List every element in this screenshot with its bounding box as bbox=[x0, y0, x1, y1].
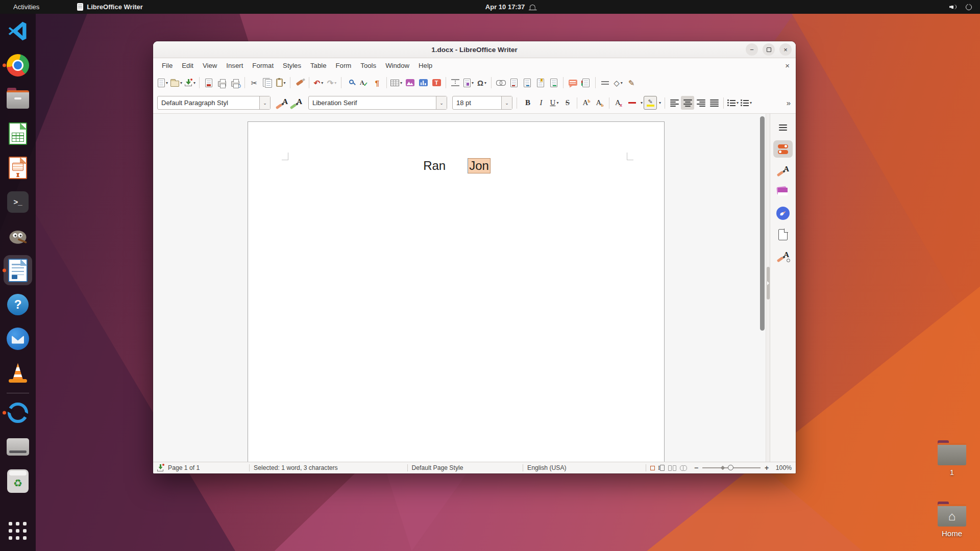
basic-shapes-button[interactable]: ◇▾ bbox=[611, 76, 625, 90]
clock-button[interactable]: Apr 10 17:37 bbox=[485, 3, 535, 11]
zoom-track[interactable] bbox=[702, 467, 761, 468]
menu-tools[interactable]: Tools bbox=[356, 60, 381, 71]
dock-item-terminal[interactable]: >_ bbox=[0, 185, 36, 219]
paragraph-style-combo[interactable]: Default Paragraph Styl ⌄ bbox=[157, 96, 271, 110]
multi-page-view-button[interactable] bbox=[668, 465, 676, 471]
sidebar-tab-gallery[interactable] bbox=[773, 182, 793, 202]
menu-edit[interactable]: Edit bbox=[177, 60, 198, 71]
clone-formatting-button[interactable] bbox=[293, 76, 306, 90]
redo-button[interactable]: ↷▾ bbox=[325, 76, 338, 90]
font-name-combo[interactable]: Liberation Serif ⌄ bbox=[308, 96, 447, 110]
formatting-marks-button[interactable]: ¶ bbox=[371, 76, 384, 90]
spelling-button[interactable]: A✓ bbox=[357, 76, 371, 90]
undo-button[interactable]: ↶▾ bbox=[312, 76, 325, 90]
insert-chart-button[interactable] bbox=[416, 76, 430, 90]
dock-item-libreoffice-writer[interactable] bbox=[0, 253, 36, 287]
menu-form[interactable]: Form bbox=[331, 60, 356, 71]
dock-item-software-updater[interactable] bbox=[0, 395, 36, 430]
insert-table-button[interactable]: ▾ bbox=[389, 76, 403, 90]
print-button[interactable] bbox=[215, 76, 229, 90]
insert-comment-button[interactable] bbox=[566, 76, 579, 90]
menu-help[interactable]: Help bbox=[414, 60, 437, 71]
sidebar-settings-button[interactable] bbox=[773, 118, 793, 137]
update-style-button[interactable]: A bbox=[275, 96, 289, 110]
horizontal-line-button[interactable] bbox=[598, 76, 611, 90]
endnote-button[interactable] bbox=[521, 76, 534, 90]
paste-button[interactable]: ▾ bbox=[274, 76, 287, 90]
sidebar-tab-style-inspector[interactable]: A bbox=[773, 246, 793, 266]
page-break-button[interactable] bbox=[449, 76, 462, 90]
focused-app-menu[interactable]: LibreOffice Writer bbox=[77, 3, 143, 11]
zoom-thumb[interactable] bbox=[728, 465, 733, 470]
chevron-down-icon[interactable]: ⌄ bbox=[259, 96, 270, 109]
sidebar-tab-properties[interactable] bbox=[773, 139, 793, 159]
sidebar-tab-styles[interactable]: A bbox=[773, 161, 793, 180]
menu-styles[interactable]: Styles bbox=[278, 60, 306, 71]
print-preview-button[interactable] bbox=[229, 76, 242, 90]
page-style-status[interactable]: Default Page Style bbox=[412, 464, 519, 471]
insert-textbox-button[interactable]: T bbox=[430, 76, 443, 90]
dock-item-libreoffice-impress[interactable] bbox=[0, 151, 36, 185]
dock-item-gimp[interactable] bbox=[0, 219, 36, 253]
word-count-status[interactable]: Selected: 1 word, 3 characters bbox=[254, 464, 403, 471]
dock-item-chrome[interactable] bbox=[0, 48, 36, 82]
single-page-view-button[interactable] bbox=[660, 465, 665, 471]
zoom-out-button[interactable]: − bbox=[694, 464, 698, 472]
clear-formatting-button[interactable]: Ax bbox=[612, 96, 625, 110]
chevron-down-icon[interactable]: ⌄ bbox=[436, 96, 447, 109]
save-button[interactable]: ▾ bbox=[183, 76, 197, 90]
subscript-button[interactable]: Ab bbox=[593, 96, 606, 110]
maximize-button[interactable] bbox=[763, 43, 775, 56]
font-color-button[interactable] bbox=[625, 96, 639, 110]
copy-button[interactable] bbox=[261, 76, 274, 90]
find-replace-button[interactable] bbox=[344, 76, 357, 90]
font-color-dropdown[interactable]: ▾ bbox=[639, 96, 644, 110]
cross-reference-button[interactable] bbox=[547, 76, 560, 90]
new-style-button[interactable]: A bbox=[289, 96, 303, 110]
document-page[interactable]: Ran Jon bbox=[248, 121, 665, 462]
align-left-button[interactable] bbox=[668, 96, 681, 110]
align-justified-button[interactable] bbox=[707, 96, 721, 110]
document-modified-icon[interactable] bbox=[157, 464, 164, 471]
dock-item-app-grid[interactable] bbox=[0, 514, 36, 548]
superscript-button[interactable]: Ab bbox=[580, 96, 593, 110]
underline-button[interactable]: U▾ bbox=[548, 96, 561, 110]
menu-table[interactable]: Table bbox=[306, 60, 331, 71]
bookmark-button[interactable] bbox=[534, 76, 547, 90]
vertical-scrollbar[interactable] bbox=[760, 116, 765, 331]
sidebar-tab-navigator[interactable] bbox=[773, 204, 793, 223]
desktop-icon-home[interactable]: ⌂ Home bbox=[929, 504, 975, 538]
selected-word-jon[interactable]: Jon bbox=[468, 158, 491, 173]
menu-file[interactable]: File bbox=[157, 60, 177, 71]
page-number-status[interactable]: Page 1 of 1 bbox=[168, 464, 245, 471]
toolbar-overflow-button[interactable]: » bbox=[787, 98, 792, 107]
insert-field-button[interactable]: ▾ bbox=[462, 76, 475, 90]
document-view[interactable]: Ran Jon bbox=[153, 114, 766, 462]
hyperlink-button[interactable] bbox=[494, 76, 507, 90]
cut-button[interactable]: ✂ bbox=[248, 76, 261, 90]
dock-item-vlc[interactable] bbox=[0, 356, 36, 390]
language-status[interactable]: English (USA) bbox=[527, 464, 642, 471]
close-document-button[interactable]: × bbox=[785, 61, 790, 70]
open-button[interactable]: ▾ bbox=[169, 76, 183, 90]
insert-image-button[interactable] bbox=[403, 76, 416, 90]
font-size-combo[interactable]: 18 pt ⌄ bbox=[452, 96, 512, 110]
sidebar-splitter[interactable] bbox=[766, 114, 770, 462]
dock-item-thunderbird[interactable] bbox=[0, 321, 36, 356]
zoom-in-button[interactable]: + bbox=[765, 464, 769, 472]
system-status-area[interactable] bbox=[949, 0, 972, 14]
dock-item-files[interactable] bbox=[0, 82, 36, 116]
dock-item-drive[interactable] bbox=[0, 430, 36, 464]
italic-button[interactable]: I bbox=[534, 96, 548, 110]
highlight-color-dropdown[interactable]: ▾ bbox=[657, 96, 662, 110]
bullet-list-button[interactable]: ▾ bbox=[726, 96, 740, 110]
dock-item-trash[interactable]: ♻ bbox=[0, 464, 36, 498]
export-pdf-button[interactable] bbox=[202, 76, 215, 90]
numbered-list-button[interactable]: ▾ bbox=[740, 96, 753, 110]
menu-view[interactable]: View bbox=[198, 60, 222, 71]
strikethrough-button[interactable]: S bbox=[561, 96, 574, 110]
dock-item-help[interactable]: ? bbox=[0, 287, 36, 321]
titlebar[interactable]: 1.docx - LibreOffice Writer − × bbox=[153, 41, 796, 58]
chevron-down-icon[interactable]: ⌄ bbox=[501, 96, 512, 109]
highlight-color-button[interactable]: ✎ bbox=[644, 96, 657, 110]
